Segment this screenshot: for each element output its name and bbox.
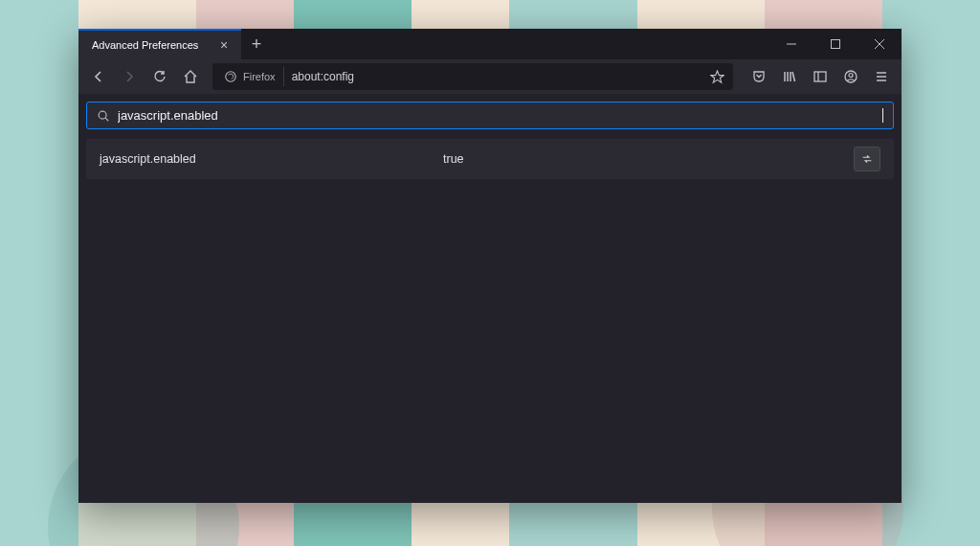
- navigation-toolbar: Firefox about:config: [78, 59, 902, 94]
- config-results: javascript.enabled true: [86, 139, 894, 179]
- browser-tab[interactable]: Advanced Preferences ×: [78, 29, 241, 59]
- library-button[interactable]: [775, 62, 804, 91]
- pref-name: javascript.enabled: [100, 152, 443, 166]
- sidebar-button[interactable]: [806, 62, 835, 91]
- identity-label: Firefox: [243, 71, 276, 82]
- svg-rect-1: [832, 40, 840, 49]
- pref-value: true: [443, 152, 854, 166]
- reload-button[interactable]: [145, 62, 174, 91]
- forward-button[interactable]: [115, 62, 144, 91]
- minimize-button[interactable]: [769, 29, 813, 59]
- toggle-button[interactable]: [854, 147, 880, 171]
- tab-title: Advanced Preferences: [92, 39, 209, 51]
- svg-point-4: [226, 72, 236, 82]
- search-icon: [97, 109, 110, 123]
- svg-point-12: [849, 74, 853, 78]
- svg-point-16: [99, 111, 106, 119]
- config-page: javascript.enabled true: [78, 94, 902, 503]
- account-button[interactable]: [836, 62, 865, 91]
- svg-line-8: [792, 72, 795, 81]
- pref-row[interactable]: javascript.enabled true: [86, 139, 894, 179]
- pocket-button[interactable]: [745, 62, 773, 91]
- config-search-bar[interactable]: [86, 102, 894, 129]
- toggle-icon: [860, 152, 874, 166]
- browser-window: Advanced Preferences × + Firefox about:c…: [78, 29, 902, 503]
- config-search-input[interactable]: [118, 108, 883, 123]
- close-icon[interactable]: ×: [216, 37, 232, 53]
- new-tab-button[interactable]: +: [241, 29, 272, 59]
- bookmark-star-button[interactable]: [704, 70, 729, 84]
- identity-box[interactable]: Firefox: [216, 67, 284, 86]
- svg-rect-9: [814, 72, 826, 81]
- close-window-button[interactable]: [858, 29, 902, 59]
- url-text: about:config: [284, 70, 704, 83]
- home-button[interactable]: [176, 62, 205, 91]
- back-button[interactable]: [84, 62, 113, 91]
- titlebar: Advanced Preferences × +: [78, 29, 902, 59]
- url-bar[interactable]: Firefox about:config: [212, 63, 733, 90]
- window-controls: [769, 29, 902, 59]
- svg-line-17: [105, 118, 108, 121]
- maximize-button[interactable]: [813, 29, 858, 59]
- firefox-icon: [224, 70, 237, 83]
- menu-button[interactable]: [867, 62, 896, 91]
